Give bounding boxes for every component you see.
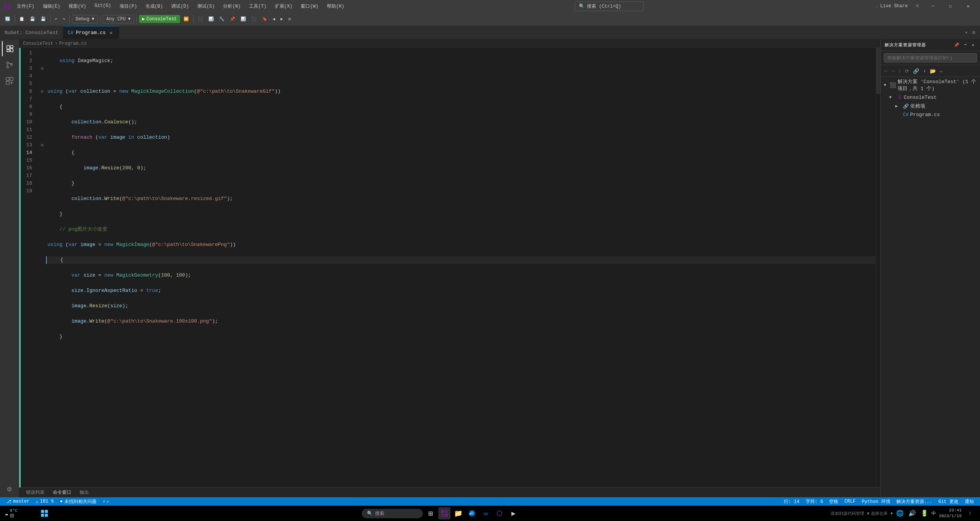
project-item[interactable]: ▼ 🖥 ConsoleTest (881, 93, 980, 102)
sidebar-tool-5[interactable]: 🔗 (911, 67, 921, 75)
error-list-tab[interactable]: 错误列表 (22, 488, 48, 497)
status-solution-explorer[interactable]: 解决方案资源... (893, 497, 936, 506)
platform-dropdown[interactable]: Any CPU ▼ (103, 15, 134, 23)
fold-btn-13[interactable]: ⊟ (38, 141, 46, 149)
extensions-icon[interactable] (2, 73, 17, 88)
live-share-button[interactable]: ↗ Live Share (870, 2, 912, 11)
status-encoding[interactable]: CRLF (841, 497, 859, 506)
language-indicator[interactable]: 中 (931, 510, 936, 517)
sidebar-tool-2[interactable]: → (890, 67, 896, 75)
battery-icon[interactable]: 🔋 (919, 508, 930, 519)
status-notifications[interactable]: 通知 (962, 497, 977, 506)
command-window-tab[interactable]: 命令窗口 (49, 488, 75, 497)
taskbar-terminal-icon[interactable]: ▶ (507, 507, 519, 519)
menu-debug[interactable]: 调试(D) (167, 2, 193, 11)
taskbar-search[interactable]: 🔍 搜索 (362, 509, 423, 518)
tab-close-btn[interactable]: ✕ (108, 30, 114, 36)
explorer-icon[interactable] (2, 41, 17, 56)
debug-mode-dropdown[interactable]: Debug ▼ (72, 15, 98, 23)
taskview-btn[interactable]: ⊞ (424, 507, 437, 519)
status-errors[interactable]: ⚠ 161 % (33, 497, 57, 506)
minimize-button[interactable]: ─ (924, 0, 942, 12)
bookmark-end[interactable]: ⊡ (287, 15, 293, 23)
menu-tools[interactable]: 工具(T) (245, 2, 270, 11)
menu-build[interactable]: 生成(B) (142, 2, 167, 11)
menu-window[interactable]: 窗口(W) (297, 2, 322, 11)
start-button[interactable] (38, 507, 51, 519)
taskbar-edge-icon[interactable] (466, 507, 478, 519)
bookmark-prev[interactable]: ◀ (271, 15, 277, 23)
save-all-btn[interactable]: 💾 (39, 15, 48, 23)
status-spaces[interactable]: 空格 (826, 497, 841, 506)
close-button[interactable]: ✕ (959, 0, 977, 12)
toolbar-btn6[interactable]: ⬛ (249, 15, 259, 23)
fold-btn-3[interactable]: ⊟ (38, 65, 46, 72)
select-repo-label[interactable]: 选择仓库 ▼ (871, 511, 893, 516)
toolbar-btn1[interactable]: ⬛ (196, 15, 205, 23)
attach-btn[interactable]: ⏩ (182, 15, 191, 23)
menu-test[interactable]: 测试(S) (193, 2, 219, 11)
network-icon[interactable]: 🌐 (895, 508, 905, 519)
output-tab[interactable]: 输出 (76, 488, 93, 497)
bookmark-next[interactable]: ▶ (279, 15, 285, 23)
maximize-button[interactable]: ☐ (942, 0, 959, 12)
taskbar-vs-icon[interactable] (438, 507, 451, 519)
status-line[interactable]: 行: 14 (781, 497, 803, 506)
menu-edit[interactable]: 编辑(E) (39, 2, 64, 11)
sidebar-tool-6[interactable]: ⬆ (921, 67, 928, 75)
menu-view[interactable]: 视图(V) (65, 2, 90, 11)
user-icon[interactable]: R (914, 4, 921, 8)
new-file-btn[interactable]: 🔄 (3, 15, 12, 23)
solution-item[interactable]: ▼ ⬛ 解决方案 'ConsoleTest' (1 个项目，共 1 个) (881, 77, 980, 93)
taskbar-mail-icon[interactable]: ✉ (480, 507, 492, 519)
sidebar-tool-3[interactable]: ↕ (897, 67, 903, 75)
sidebar-search-input[interactable] (884, 53, 977, 62)
toolbar-btn5[interactable]: 📊 (239, 15, 248, 23)
taskbar-dev-icon[interactable]: ⬡ (493, 507, 506, 519)
git-icon[interactable] (2, 57, 17, 72)
menu-project[interactable]: 项目(P) (116, 2, 141, 11)
settings-icon[interactable]: ⚙ (2, 481, 17, 496)
menu-analyze[interactable]: 分析(N) (219, 2, 244, 11)
nuget-tab[interactable]: NuGet: ConsoleTest (0, 26, 63, 39)
title-search[interactable]: 🔍 搜索 (Ctrl+Q) (575, 2, 644, 11)
menu-extensions[interactable]: 扩展(X) (271, 2, 297, 11)
system-time[interactable]: 23:41 2023/1/15 (937, 507, 963, 520)
menu-git[interactable]: Git(G) (91, 2, 115, 11)
program-cs-item[interactable]: C# Program.cs (881, 111, 980, 119)
volume-icon[interactable]: 🔊 (907, 508, 918, 519)
status-intellisense[interactable]: ⚡ ▷ (100, 497, 112, 506)
sidebar-tool-7[interactable]: 📂 (928, 67, 937, 75)
minimap-slider[interactable] (876, 48, 880, 94)
show-desktop-btn[interactable]: | (965, 508, 975, 519)
toolbar-btn4[interactable]: 📌 (228, 15, 237, 23)
dependencies-item[interactable]: ▶ 🔗 依赖项 (881, 102, 980, 111)
status-python[interactable]: Python 环境 (859, 497, 893, 506)
minimap[interactable] (876, 48, 880, 487)
sidebar-tool-4[interactable]: ⟳ (903, 67, 911, 75)
undo-btn[interactable]: ↩ (53, 15, 59, 23)
toolbar-btn2[interactable]: 📊 (206, 15, 216, 23)
menu-help[interactable]: 帮助(H) (323, 2, 348, 11)
tab-list-btn[interactable]: ▾ (963, 29, 969, 36)
sidebar-close-btn[interactable]: ✕ (970, 42, 976, 48)
run-button[interactable]: ▶ ConsoleTest (139, 15, 180, 23)
menu-file[interactable]: 文件(F) (13, 2, 38, 11)
status-git-changes[interactable]: Git 更改 (935, 497, 962, 506)
add-item-btn[interactable]: 📋 (17, 15, 26, 23)
redo-btn[interactable]: ↪ (61, 15, 67, 23)
code-content[interactable]: using ImageMagick; using (var collection… (46, 48, 876, 487)
taskbar-explorer-icon[interactable]: 📁 (452, 507, 464, 519)
status-char[interactable]: 字符: 6 (803, 497, 826, 506)
save-btn[interactable]: 💾 (28, 15, 37, 23)
fold-btn-6[interactable]: ⊟ (38, 88, 46, 95)
status-no-issues[interactable]: ● 未找到相关问题 (57, 497, 99, 506)
sidebar-collapse-btn[interactable]: − (963, 42, 969, 48)
status-git[interactable]: ⎇ master (3, 497, 33, 506)
bookmark-btn[interactable]: 🔖 (260, 15, 269, 23)
code-editor[interactable]: 1 2 3 4 5 6 7 8 9 10 11 12 13 14 15 16 1… (19, 48, 880, 487)
add-source-control-label[interactable]: 添加到源代码管理 ▼ (831, 511, 869, 516)
sidebar-tool-1[interactable]: ← (883, 67, 889, 75)
toolbar-btn3[interactable]: 🔧 (217, 15, 226, 23)
program-cs-tab[interactable]: C# Program.cs ✕ (63, 26, 119, 39)
